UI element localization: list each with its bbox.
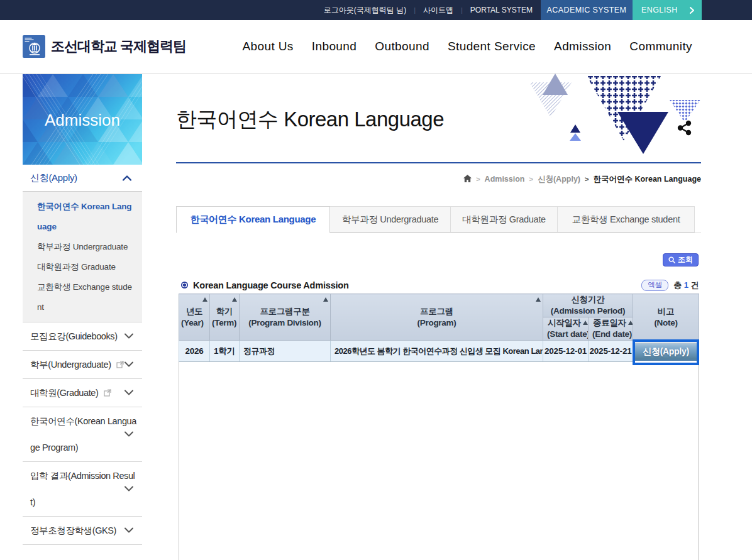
section-tools: 엑셀 총1건 [641,280,699,291]
sidebar-banner: Admission [23,74,142,165]
page-title: 한국어연수 Korean Language [176,106,702,133]
col-header-note: 비고 (Note) [633,294,699,341]
cell-term: 1학기 [210,341,240,362]
col-header-term[interactable]: 학기 (Term) [210,294,240,341]
submenu-exchange-student[interactable]: 교환학생 Exchange student [37,277,135,317]
top-utility-bar: 로그아웃(국제협력팀 님) | 사이트맵 | PORTAL SYSTEM ACA… [0,0,752,20]
sidebar-item-label: 입학 결과(Admission Result) [30,471,135,507]
sort-ascending-icon [536,297,541,302]
nav-about-us[interactable]: About Us [242,40,293,53]
apply-button[interactable]: 신청(Apply) [635,343,697,361]
sidebar-group-apply[interactable]: 신청(Apply) [23,165,142,191]
submenu-graduate[interactable]: 대학원과정 Graduate [37,257,135,277]
logo-text: 조선대학교 국제협력팀 [51,37,186,56]
sort-ascending-icon [202,297,207,302]
nav-admission[interactable]: Admission [554,40,611,53]
sitemap-link[interactable]: 사이트맵 [423,5,453,16]
cell-program: 2026학년도 봄학기 한국어연수과정 신입생 모집 Korean Langua… [331,341,543,362]
cell-note: 신청(Apply) [633,341,699,362]
sidebar-item-label: 학부(Undergraduate) [30,360,111,370]
sort-ascending-icon [628,321,633,325]
nav-inbound[interactable]: Inbound [312,40,357,53]
chevron-down-icon [124,431,133,437]
top-links: 로그아웃(국제협력팀 님) | 사이트맵 | PORTAL SYSTEM [324,0,533,20]
tab-korean-language[interactable]: 한국어연수 Korean Language [176,206,330,233]
sidebar-submenu: 한국어연수 Korean Language 학부과정 Undergraduate… [23,191,142,322]
cell-start-date: 2025-12-01 [543,341,589,362]
col-header-year[interactable]: 년도 (Year) [179,294,210,341]
chevron-up-icon [123,175,131,181]
total-count-number: 1 [684,280,688,290]
english-language-button[interactable]: ENGLISH [633,0,702,20]
search-button[interactable]: 조회 [663,253,699,266]
cell-division: 정규과정 [240,341,331,362]
breadcrumb-separator: > [476,175,480,183]
search-button-label: 조회 [678,255,693,265]
sidebar-item-label: 정부초청장학생(GKS) [30,525,116,535]
sidebar-item-korean-language-program[interactable]: 한국어연수(Korean Language Program) [23,407,142,462]
tab-bar: 한국어연수 Korean Language 학부과정 Undergraduate… [176,206,701,233]
tab-exchange-student[interactable]: 교환학생 Exchange student [558,206,695,233]
search-row: 조회 [176,253,702,266]
main-area: 한국어연수 Korean Language > Admission > 신청(A… [176,74,702,560]
sidebar-banner-title: Admission [23,111,142,130]
search-icon [668,256,675,263]
col-header-program[interactable]: 프로그램 (Program) [331,294,543,341]
tab-undergraduate[interactable]: 학부과정 Undergraduate [330,206,451,233]
table-row[interactable]: 2026 1학기 정규과정 2026학년도 봄학기 한국어연수과정 신입생 모집… [179,341,699,362]
sort-ascending-icon [583,321,588,325]
sidebar-item-graduate[interactable]: 대학원(Graduate) [23,379,142,407]
apply-button-focus-ring: 신청(Apply) [633,339,699,365]
separator: | [461,6,463,14]
chevron-down-icon [124,361,133,367]
external-link-icon [104,389,111,397]
col-header-start-date[interactable]: 시작일자 (Start date) [543,317,589,341]
data-grid: 년도 (Year) 학기 (Term) 프로그램구분 (Program Divi… [179,294,699,560]
chevron-right-icon [690,7,694,14]
chevron-down-icon [124,486,133,491]
nav-community[interactable]: Community [629,40,692,53]
section-title: Korean Language Course Admission [193,280,349,290]
portal-system-link[interactable]: PORTAL SYSTEM [470,6,533,14]
submenu-undergraduate[interactable]: 학부과정 Undergraduate [37,237,135,257]
submenu-korean-language[interactable]: 한국어연수 Korean Language [37,197,135,237]
sidebar: Admission 신청(Apply) 한국어연수 Korean Languag… [23,74,142,545]
sidebar-item-admission-result[interactable]: 입학 결과(Admission Result) [23,462,142,517]
site-header: 조선대학교 국제협력팀 About Us Inbound Outbound St… [0,20,752,74]
sort-ascending-icon [323,297,328,302]
chevron-down-icon [124,390,133,395]
col-header-end-date[interactable]: 종료일자 (End date) [589,317,633,341]
breadcrumb-admission[interactable]: Admission [485,175,525,184]
logout-link[interactable]: 로그아웃(국제협력팀 님) [324,5,406,16]
excel-button[interactable]: 엑셀 [641,280,668,291]
section-bullet-icon [181,282,188,288]
academic-system-label: ACADEMIC SYSTEM [547,6,627,14]
cell-year: 2026 [179,341,210,362]
sidebar-item-gks[interactable]: 정부초청장학생(GKS) [23,517,142,545]
nav-student-service[interactable]: Student Service [448,40,536,53]
breadcrumb-apply[interactable]: 신청(Apply) [538,174,580,185]
academic-system-button[interactable]: ACADEMIC SYSTEM [541,0,633,20]
sidebar-item-guidebooks[interactable]: 모집요강(Guidebooks) [23,322,142,351]
sidebar-item-label: 대학원(Graduate) [30,388,98,398]
logo[interactable]: 조선대학교 국제협력팀 [23,35,186,58]
breadcrumb-separator: > [585,175,589,183]
breadcrumb-separator: > [529,175,533,183]
tab-graduate[interactable]: 대학원과정 Graduate [451,206,558,233]
col-header-admission-period: 신청기간 (Admission Period) [543,294,633,317]
total-count: 총1건 [673,280,699,291]
cell-end-date: 2025-12-21 [589,341,633,362]
sidebar-item-label: 모집요강(Guidebooks) [30,331,118,341]
nav-outbound[interactable]: Outbound [375,40,429,53]
separator: | [414,6,416,14]
title-divider [176,162,701,163]
breadcrumb: > Admission > 신청(Apply) > 한국어연수 Korean L… [176,174,701,184]
sidebar-item-undergraduate[interactable]: 학부(Undergraduate) [23,351,142,379]
university-emblem-icon [23,35,45,58]
home-icon[interactable] [463,175,472,182]
breadcrumb-current: 한국어연수 Korean Language [593,174,701,185]
external-link-icon [116,361,124,368]
sidebar-item-label: 한국어연수(Korean Language Program) [30,416,136,453]
col-header-program-division[interactable]: 프로그램구분 (Program Division) [240,294,331,341]
global-nav: About Us Inbound Outbound Student Servic… [242,40,692,53]
